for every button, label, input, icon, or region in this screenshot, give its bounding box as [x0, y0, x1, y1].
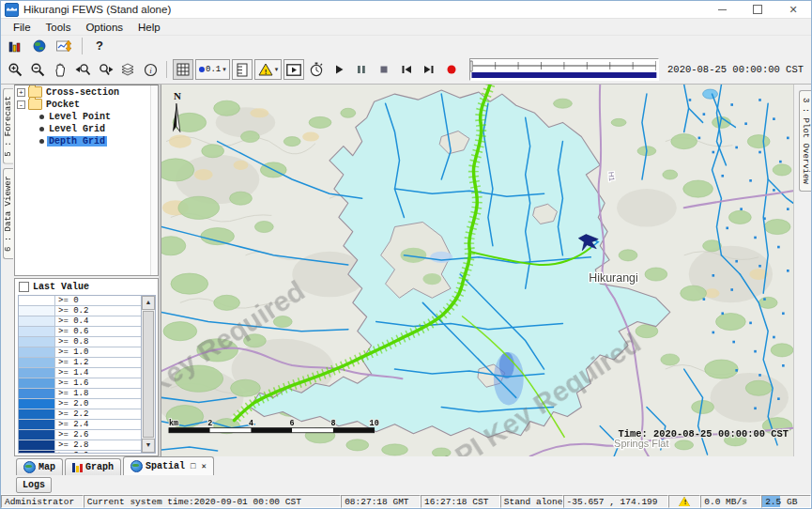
legend-color-swatch — [19, 316, 55, 326]
legend-row: >= 0.8 — [19, 337, 141, 347]
town-label: Hikurangi — [589, 271, 637, 285]
tree-item[interactable]: - Pocket — [17, 99, 158, 110]
tree-item[interactable]: Depth Grid — [17, 135, 158, 147]
right-tab-strip: 3 : Plot Overview — [793, 85, 811, 456]
bullet-icon — [39, 115, 44, 119]
stop-button[interactable] — [374, 59, 394, 80]
warning-dropdown[interactable]: ! ▾ — [254, 59, 283, 80]
maximize-button[interactable] — [740, 1, 775, 18]
menu-tools[interactable]: Tools — [38, 21, 79, 34]
legend-label: >= 1.4 — [55, 368, 141, 378]
zoom-out-button[interactable] — [27, 59, 48, 80]
menu-help[interactable]: Help — [130, 21, 168, 34]
last-value-label: Last Value — [33, 282, 89, 292]
tab-restore-icon[interactable]: □ — [191, 462, 195, 471]
record-button[interactable] — [441, 59, 462, 80]
svg-text:i: i — [149, 66, 152, 75]
tab-data-viewer[interactable]: 6 : Data Viewer — [3, 168, 13, 259]
legend-label: >= 1.0 — [55, 347, 141, 357]
legend-color-swatch — [19, 451, 55, 453]
scroll-up-icon[interactable]: ▲ — [142, 296, 155, 310]
tree-scrollbar[interactable] — [150, 85, 158, 275]
help-button[interactable]: ? — [90, 39, 109, 53]
grid-display-button[interactable] — [173, 59, 193, 80]
globe-icon[interactable] — [29, 36, 50, 56]
tree-item[interactable]: + Cross-section — [17, 86, 158, 98]
tab-map[interactable]: Map — [16, 458, 63, 475]
status-local-time: 16:27:18 CST — [421, 495, 500, 508]
tree-item-label[interactable]: Pocket — [44, 100, 82, 110]
tree-item[interactable]: Level Point — [17, 111, 158, 122]
svg-text:6: 6 — [290, 419, 295, 428]
map-time-label: Time: 2020-08-25 00:00:00 CST — [618, 428, 789, 440]
zoom-in-button[interactable] — [5, 59, 25, 80]
legend-color-swatch — [19, 327, 55, 336]
tree-item-label[interactable]: Level Grid — [47, 124, 107, 134]
minimize-button[interactable] — [704, 1, 740, 18]
map-toolbar: i 0.1 ▾ ! ▾ — [1, 55, 811, 85]
svg-text:8: 8 — [330, 419, 335, 428]
tree-item-label[interactable]: Depth Grid — [47, 136, 107, 147]
scrollbar-thumb[interactable] — [143, 311, 154, 438]
globe-icon — [23, 461, 36, 473]
legend-color-swatch — [19, 368, 55, 378]
svg-text:4: 4 — [249, 419, 253, 428]
tab-close-icon[interactable]: ✕ — [201, 461, 206, 471]
tree-item-label[interactable]: Cross-section — [44, 87, 121, 98]
menu-options[interactable]: Options — [78, 21, 130, 34]
legend-scrollbar[interactable]: ▲ ▼ — [141, 296, 155, 453]
map-canvas[interactable]: API Key Required API Key Required N Hiku… — [161, 85, 793, 456]
last-frame-button[interactable] — [419, 59, 439, 80]
legend-label: >= 2.0 — [55, 399, 141, 409]
timeline-datetime: 2020-08-25 00:00:00 CST — [661, 64, 807, 75]
threshold-dot-icon — [199, 67, 205, 72]
svg-text:km: km — [169, 419, 178, 428]
legend-color-swatch — [19, 409, 55, 419]
legend-color-swatch — [19, 347, 55, 357]
legend-label: >= 2.6 — [55, 430, 141, 440]
timeline-slider[interactable] — [469, 58, 659, 81]
status-coordinates: -35.657 , 174.199 — [563, 495, 669, 508]
svg-text:!: ! — [264, 68, 267, 76]
tab-forecast[interactable]: 5 : Forecast — [3, 88, 13, 164]
last-value-checkbox[interactable] — [19, 282, 29, 292]
zoom-next-button[interactable] — [95, 59, 115, 80]
app-logo-icon — [5, 3, 19, 17]
scale-legend-button[interactable] — [232, 59, 253, 80]
tree-item[interactable]: Level Grid — [17, 123, 158, 134]
left-tab-strip: 5 : Forecast 6 : Data Viewer — [1, 85, 14, 456]
tab-graph[interactable]: Graph — [65, 458, 121, 475]
close-button[interactable]: ✕ — [775, 1, 811, 18]
legend-color-swatch — [19, 399, 55, 409]
legend-row: >= 3.0 — [19, 451, 141, 453]
pan-hand-button[interactable] — [50, 59, 70, 80]
logs-button[interactable]: Logs — [16, 477, 52, 493]
zoom-previous-button[interactable] — [72, 59, 93, 80]
legend-row: >= 2.4 — [19, 420, 141, 430]
chevron-down-icon: ▾ — [275, 66, 279, 73]
database-chart-icon[interactable] — [5, 36, 25, 56]
info-button[interactable]: i — [140, 59, 161, 80]
stopwatch-icon[interactable] — [306, 59, 327, 80]
threshold-dropdown[interactable]: 0.1 ▾ — [195, 59, 230, 80]
road-label: H1 — [606, 171, 616, 182]
pause-button[interactable] — [351, 59, 372, 80]
legend-color-swatch — [19, 440, 55, 450]
svg-text:N: N — [174, 90, 181, 101]
legend-row: >= 2.0 — [19, 399, 141, 409]
legend-row: >= 2.2 — [19, 409, 141, 420]
status-gmt-time: 08:27:18 GMT — [341, 495, 421, 508]
tree-expander-icon[interactable]: + — [17, 88, 25, 97]
layers-icon[interactable] — [117, 59, 138, 80]
menu-file[interactable]: File — [6, 21, 38, 34]
play-button[interactable] — [329, 59, 349, 80]
first-frame-button[interactable] — [396, 59, 417, 80]
tree-item-label[interactable]: Level Point — [47, 112, 113, 122]
window-title: Hikurangi FEWS (Stand alone) — [23, 4, 171, 15]
tree-expander-icon[interactable]: - — [17, 100, 25, 109]
scroll-down-icon[interactable]: ▼ — [142, 439, 155, 453]
movie-player-button[interactable] — [283, 59, 304, 80]
tab-plot-overview[interactable]: 3 : Plot Overview — [799, 90, 811, 192]
tab-spatial[interactable]: Spatial □ ✕ — [123, 456, 214, 475]
profile-chart-icon[interactable] — [54, 36, 74, 56]
